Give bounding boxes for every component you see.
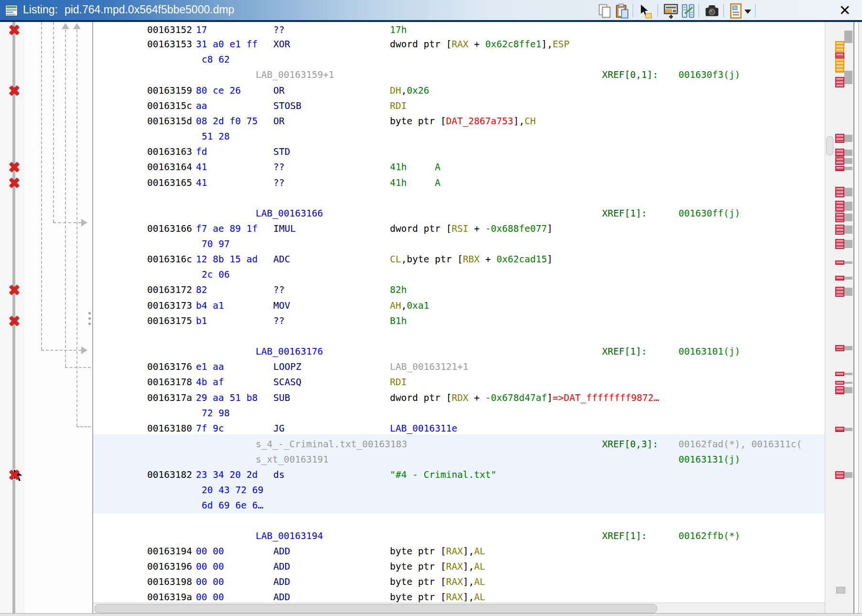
nav-marker-red[interactable] <box>835 345 844 351</box>
listing-line[interactable]: 70 97 <box>0 238 825 251</box>
listing-line[interactable]: 0016316441??41h A <box>0 161 825 174</box>
token: OR <box>273 85 284 96</box>
token: ?? <box>273 24 284 35</box>
listing-line[interactable]: 0016315980 ce 26ORDH,0x26 <box>0 84 825 97</box>
listing-line[interactable]: 001631807f 9cJGLAB_0016311e <box>0 422 825 435</box>
nav-marker-red[interactable] <box>835 381 844 385</box>
token: ,byte ptr [ <box>401 254 463 265</box>
listing-line[interactable]: 0016315217??17h <box>0 23 825 37</box>
nav-marker-red[interactable] <box>835 276 844 281</box>
token: 17 <box>196 24 207 35</box>
listing-line[interactable]: 0016315d08 2d f0 75ORbyte ptr [DAT_2867a… <box>0 115 825 128</box>
nav-marker-red[interactable] <box>835 201 844 212</box>
listing-line[interactable]: 72 98 <box>0 407 825 420</box>
nav-marker-red[interactable] <box>835 157 844 165</box>
listing-line[interactable]: LAB_00163176XREF[1]:00163101(j) <box>0 345 825 358</box>
listing-line[interactable]: c8 62 <box>0 53 825 66</box>
listing-line[interactable]: 0016315caaSTOSBRDI <box>0 99 825 113</box>
nav-marker-red[interactable] <box>835 471 844 479</box>
token: JG <box>273 423 284 434</box>
copy-icon[interactable] <box>597 3 613 19</box>
listing-options-icon[interactable] <box>728 3 743 19</box>
listing-line[interactable]: 00163163fdSTD <box>0 145 825 159</box>
token: byte ptr [ <box>390 592 446 603</box>
listing-line[interactable]: LAB_00163159+1XREF[0,1]:001630f3(j) <box>0 68 825 82</box>
vertical-scrollbar-thumb[interactable] <box>826 136 833 155</box>
close-icon[interactable]: ✕ <box>836 1 853 20</box>
token: 82 <box>196 284 207 295</box>
token: 00 00 <box>196 592 224 603</box>
nav-marker-grayl[interactable] <box>836 587 845 594</box>
nav-marker-red[interactable] <box>835 166 844 171</box>
listing-line[interactable]: 6d 69 6e 6… <box>0 499 825 512</box>
paste-icon[interactable] <box>614 3 630 19</box>
listing-line[interactable]: 0016315331 a0 e1 ffXORdword ptr [RAX + 0… <box>0 38 825 51</box>
listing-line[interactable]: 0016316541??41h A <box>0 176 825 190</box>
nav-marker-red[interactable] <box>835 239 844 249</box>
nav-marker-red[interactable] <box>835 53 844 58</box>
horizontal-scrollbar-thumb[interactable] <box>95 604 657 613</box>
nav-marker-red[interactable] <box>835 372 844 376</box>
nav-marker-red[interactable] <box>835 77 844 87</box>
listing-line[interactable]: LAB_00163166XREF[1]:001630ff(j) <box>0 207 825 220</box>
nav-marker-red[interactable] <box>835 134 844 143</box>
title-bar[interactable]: Listing:pid.764.mpd.0x564f5bbe5000.dmp <box>0 0 862 22</box>
nav-marker-red[interactable] <box>835 260 844 265</box>
listing-line[interactable]: s_xt_0016319100163131(j) <box>0 453 825 466</box>
listing-line[interactable]: 0016318223 34 20 2dds"#4 - Criminal.txt" <box>0 468 825 482</box>
listing-line[interactable]: 51 28 <box>0 130 825 143</box>
field-label: LAB_00163166 <box>256 207 323 220</box>
listing-line[interactable]: 0016317a29 aa 51 b8SUBdword ptr [RDX + -… <box>0 391 825 405</box>
cursor-location-icon[interactable] <box>637 3 653 19</box>
listing-line[interactable]: 20 43 72 69 <box>0 484 825 497</box>
nav-marker-gray <box>844 346 852 350</box>
error-bookmark-icon[interactable]: ✖ <box>6 22 22 38</box>
nav-marker-gray[interactable] <box>844 71 852 84</box>
token: aa <box>196 100 207 111</box>
listing-line[interactable]: 0016317282??82h <box>0 283 825 297</box>
listing-line[interactable]: LAB_00163194XREF[1]:00162ffb(*) <box>0 530 825 543</box>
error-bookmark-icon[interactable]: ✖ <box>6 83 22 99</box>
token: ADD <box>273 546 290 557</box>
nav-marker-gray <box>844 387 852 393</box>
listing-line[interactable]: 2c 06 <box>0 268 825 281</box>
vertical-scrollbar-track[interactable] <box>825 22 855 613</box>
listing-line[interactable]: 00163166f7 ae 89 1fIMULdword ptr [RSI + … <box>0 222 825 236</box>
nav-marker-red[interactable] <box>835 427 844 432</box>
diff-view-icon[interactable] <box>680 3 696 19</box>
field-xref: XREF[0,3]: <box>602 438 658 451</box>
listing-line[interactable]: 001631784b afSCASQRDI <box>0 376 825 389</box>
nav-marker-red[interactable] <box>835 225 844 235</box>
listing-line[interactable]: 00163176e1 aaLOOPZLAB_00163121+1 <box>0 360 825 374</box>
field-addr: 0016319a <box>147 591 192 603</box>
edit-fields-icon[interactable] <box>663 3 679 19</box>
field-addr: 00163166 <box>147 222 192 236</box>
listing-line[interactable]: 0016316c12 8b 15 adADCCL,byte ptr [RBX +… <box>0 253 825 266</box>
error-bookmark-icon[interactable]: ✖ <box>6 282 22 298</box>
nav-marker-red[interactable] <box>835 149 844 157</box>
snapshot-icon[interactable] <box>704 3 720 19</box>
nav-marker-red[interactable] <box>835 386 844 394</box>
listing-line[interactable]: 0016319800 00ADDbyte ptr [RAX],AL <box>0 575 825 589</box>
field-op: RDI <box>390 99 407 113</box>
listing-line[interactable]: 0016319a00 00ADDbyte ptr [RAX],AL <box>0 591 825 603</box>
flow-arrow-elbow <box>65 367 91 368</box>
error-bookmark-icon[interactable]: ✖ <box>6 159 22 175</box>
token: 00163175 <box>147 315 192 326</box>
listing-options-dropdown-icon[interactable] <box>744 10 751 14</box>
nav-marker-gray[interactable] <box>844 31 852 43</box>
error-bookmark-icon[interactable]: ✖ <box>6 313 22 329</box>
error-bookmark-icon[interactable]: ✖ <box>6 175 22 191</box>
token: RAX <box>452 39 468 50</box>
listing-line[interactable]: 00163175b1??B1h <box>0 314 825 328</box>
listing-line[interactable]: 0016319400 00ADDbyte ptr [RAX],AL <box>0 545 825 558</box>
listing-line[interactable]: s_4_-_Criminal.txt_00163183XREF[0,3]:001… <box>0 438 825 451</box>
nav-marker-red[interactable] <box>835 213 844 222</box>
error-bookmark-icon[interactable]: ✖ <box>6 467 22 483</box>
listing-line[interactable]: 0016319600 00ADDbyte ptr [RAX],AL <box>0 560 825 573</box>
token: dword ptr [ <box>390 223 452 234</box>
nav-marker-red[interactable] <box>835 187 844 197</box>
field-mnem: XOR <box>273 38 290 51</box>
nav-marker-red[interactable] <box>835 287 844 297</box>
listing-line[interactable]: 00163173b4 a1MOVAH,0xa1 <box>0 299 825 313</box>
